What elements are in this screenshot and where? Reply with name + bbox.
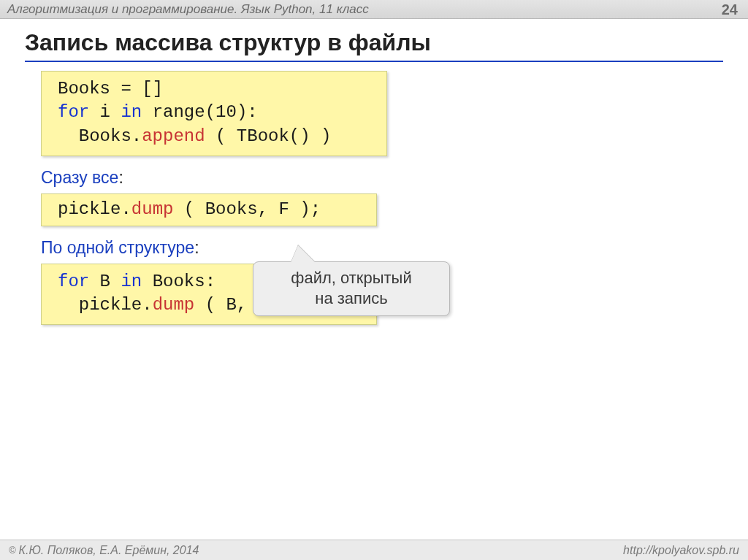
callout-line2: на запись [267,288,436,309]
code-block-init: Books = [] for i in range(10): Books.app… [41,71,387,156]
page-title: Запись массива структур в файлы [25,29,723,62]
header-bar: Алгоритмизация и программирование. Язык … [0,0,748,19]
callout-box: файл, открытый на запись [253,261,450,316]
callout-wrap: файл, открытый на запись [245,244,453,314]
footer-copyright: © К.Ю. Поляков, Е.А. Ерёмин, 2014 [9,544,199,557]
callout-line1: файл, открытый [267,268,436,288]
code-block-dump-all: pickle.dump ( Books, F ); [41,193,377,226]
callout-tail-icon [291,245,316,263]
footer-bar: © К.Ю. Поляков, Е.А. Ерёмин, 2014 http:/… [0,540,748,560]
header-title: Алгоритмизация и программирование. Язык … [7,2,369,17]
footer-url: http://kpolyakov.spb.ru [623,544,739,557]
copyright-icon: © [9,545,16,556]
page-number: 24 [722,1,738,18]
section-label-all: Сразу все: [41,168,723,188]
